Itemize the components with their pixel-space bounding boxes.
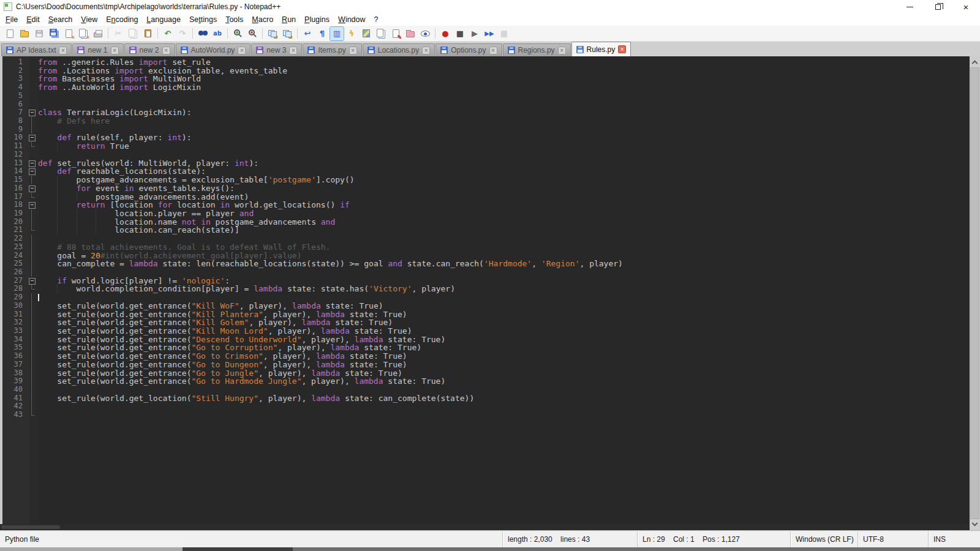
code-line: 15 postgame_advancements = exclusion_tab… [0, 176, 970, 184]
document-map-button[interactable] [360, 27, 373, 40]
fold-toggle-icon[interactable] [27, 201, 37, 209]
tab-close-icon[interactable]: × [349, 47, 357, 54]
code-line: 10 def rule(self, player: int): [0, 133, 970, 142]
lightning-button[interactable]: ϟ [345, 27, 358, 40]
redo-button[interactable]: ↷ [176, 27, 189, 40]
tab-regions-py[interactable]: Regions.py× [503, 43, 571, 56]
replace-icon: ab [213, 31, 222, 37]
fold-toggle-icon[interactable] [27, 184, 37, 193]
tab-close-icon[interactable]: × [111, 47, 119, 54]
sync-horizontal-button[interactable] [281, 27, 294, 40]
open-button[interactable] [18, 27, 31, 40]
new-file-button[interactable] [3, 27, 17, 40]
menu-item-plugins[interactable]: Plugins [300, 14, 334, 25]
tab-items-py[interactable]: Items.py× [303, 43, 361, 56]
menu-item-edit[interactable]: Edit [22, 14, 44, 25]
tab-rules-py[interactable]: Rules.py× [571, 42, 631, 56]
find-button[interactable] [196, 27, 209, 40]
fold-toggle-icon[interactable] [27, 167, 37, 176]
menu-item-language[interactable]: Language [142, 14, 185, 25]
menu-item-macro[interactable]: Macro [247, 14, 277, 25]
tab-close-icon[interactable]: × [489, 47, 497, 54]
zoom-out-button[interactable] [246, 27, 259, 40]
code-area[interactable]: 1from ..generic.Rules import set_rule2fr… [0, 56, 970, 524]
fold-toggle-icon[interactable] [27, 277, 37, 285]
status-typing-mode[interactable]: INS [928, 531, 980, 547]
horizontal-scrollbar-thumb[interactable] [1, 525, 60, 529]
tab-autoworld-py[interactable]: AutoWorld.py× [176, 43, 251, 56]
function-list-button[interactable]: ✎ [389, 27, 402, 40]
show-all-characters-button[interactable]: ¶ [315, 27, 329, 40]
tab-new-1[interactable]: new 1× [72, 43, 123, 56]
tab-close-icon[interactable]: × [422, 47, 430, 54]
horizontal-scrollbar[interactable] [0, 524, 970, 530]
tab-close-icon[interactable]: × [618, 45, 626, 53]
macro-save-button[interactable]: ▦ [497, 27, 511, 40]
scroll-down-button[interactable] [970, 520, 980, 530]
monitoring-icon [421, 31, 430, 37]
tab-ap-ideas-txt[interactable]: AP Ideas.txt× [1, 43, 72, 56]
undo-button[interactable]: ↶ [161, 27, 175, 40]
status-eol-format[interactable]: Windows (CR LF) [790, 531, 858, 547]
line-number: 9 [2, 126, 27, 134]
paste-button[interactable] [141, 27, 154, 40]
tab-options-py[interactable]: Options.py× [435, 43, 502, 56]
tab-locations-py[interactable]: Locations.py× [363, 43, 435, 56]
tab-new-2[interactable]: new 2× [124, 43, 175, 56]
menu-item-encoding[interactable]: Encoding [102, 14, 142, 25]
zoom-in-button[interactable] [231, 27, 244, 40]
word-wrap-button[interactable]: ↩ [301, 27, 314, 40]
copy-button[interactable] [126, 27, 140, 40]
menu-item-help[interactable]: ? [370, 14, 383, 25]
line-number: 41 [2, 394, 27, 403]
close-button[interactable]: × [62, 27, 75, 40]
code-line: 31 set_rule(world.get_entrance("Kill Pla… [0, 310, 970, 319]
menu-item-run[interactable]: Run [277, 14, 300, 25]
tab-close-icon[interactable]: × [289, 47, 297, 54]
tab-close-icon[interactable]: × [238, 47, 246, 54]
folder-as-workspace-button[interactable] [404, 27, 417, 40]
macro-stop-button[interactable]: ■ [453, 27, 467, 40]
document-list-button[interactable] [374, 27, 388, 40]
fold-toggle-icon[interactable] [27, 159, 37, 168]
menu-item-search[interactable]: Search [44, 14, 77, 25]
code-text: def reachable_locations(state): [37, 167, 206, 176]
tab-close-icon[interactable]: × [162, 47, 170, 54]
tab-new-3[interactable]: new 3× [251, 43, 302, 56]
minimize-button[interactable] [895, 0, 924, 13]
menu-item-settings[interactable]: Settings [185, 14, 221, 25]
status-encoding[interactable]: UTF-8 [858, 531, 928, 547]
sync-vertical-button[interactable] [266, 27, 279, 40]
floppy-icon [181, 47, 188, 54]
fold-toggle-icon[interactable] [27, 108, 37, 117]
macro-play-button[interactable]: ▶ [468, 27, 481, 40]
code-text: postgame_advancements.add(event) [37, 193, 249, 201]
code-text [37, 402, 38, 411]
print-button[interactable] [91, 27, 105, 40]
cut-button[interactable]: ✂ [111, 27, 125, 40]
monitoring-button[interactable] [418, 27, 432, 40]
line-number: 34 [2, 335, 27, 344]
macro-record-button[interactable]: ● [439, 27, 452, 40]
vertical-scrollbar[interactable] [970, 56, 980, 530]
scroll-up-button[interactable] [970, 56, 980, 67]
restore-button[interactable] [924, 0, 952, 13]
fold-toggle-icon[interactable] [27, 133, 37, 142]
save-all-button[interactable] [47, 27, 61, 40]
menu-item-view[interactable]: View [77, 14, 102, 25]
menu-item-tools[interactable]: Tools [221, 14, 247, 25]
code-text: if world.logic[player] != 'nologic': [37, 277, 230, 285]
code-text: class TerrariaLogic(LogicMixin): [37, 108, 191, 117]
save-button[interactable] [32, 27, 46, 40]
menu-item-file[interactable]: File [1, 14, 22, 25]
replace-button[interactable]: ab [211, 27, 224, 40]
close-all-button[interactable]: × [77, 27, 90, 40]
indent-guide-button[interactable]: ▥ [330, 27, 344, 40]
vertical-scrollbar-thumb[interactable] [970, 67, 979, 519]
tab-close-icon[interactable]: × [59, 47, 67, 54]
code-text: from .Locations import exclusion_table, … [37, 67, 287, 75]
menu-item-window[interactable]: Window [334, 14, 369, 25]
tab-close-icon[interactable]: × [558, 47, 566, 54]
macro-run-multiple-button[interactable]: ▶▶ [483, 27, 496, 40]
close-button[interactable]: × [952, 0, 980, 13]
